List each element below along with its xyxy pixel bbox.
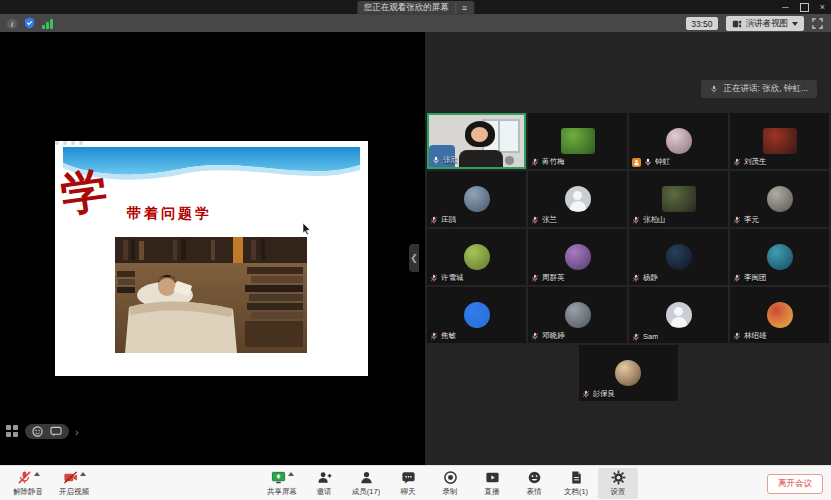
participant-tile-彭保良[interactable]: 彭保良: [579, 345, 678, 401]
participant-namebar: 许雪城: [430, 273, 464, 283]
panel-collapse-handle[interactable]: ❮: [409, 244, 419, 272]
watching-banner[interactable]: 您正在观看张欣的屏幕 ≡: [357, 1, 474, 15]
mic-options-caret[interactable]: [34, 472, 40, 476]
close-button[interactable]: ×: [820, 0, 825, 14]
settings-button[interactable]: 设置: [598, 468, 638, 499]
participant-tile-蒋竹梅[interactable]: 蒋竹梅: [528, 113, 627, 169]
layout-icon: [732, 19, 742, 29]
participant-namebar: 蒋竹梅: [531, 157, 565, 167]
participant-name: 杨静: [643, 273, 658, 283]
mic-status-icon: [632, 216, 640, 224]
fullscreen-icon[interactable]: [812, 18, 823, 29]
mic-muted-icon: [17, 470, 32, 485]
participant-name: 张柏山: [643, 215, 666, 225]
mic-status-icon: [632, 274, 640, 282]
live-button[interactable]: 直播: [472, 468, 512, 499]
participant-tile-许雪城[interactable]: 许雪城: [427, 229, 526, 285]
layout-grid-icon[interactable]: [6, 425, 19, 438]
avatar: [666, 244, 692, 270]
emoji-button[interactable]: 表情: [514, 468, 554, 499]
view-mode-button[interactable]: 演讲者视图: [726, 16, 805, 31]
slide-title: 带着问题学: [127, 205, 212, 223]
participant-tile-张柏山[interactable]: 张柏山: [629, 171, 728, 227]
floating-tools: ›: [6, 424, 79, 439]
participant-tile-周群英[interactable]: 周群英: [528, 229, 627, 285]
participant-namebar: 钟虹: [632, 157, 670, 167]
mic-icon: [710, 85, 718, 93]
participant-tile-邓晓婷[interactable]: 邓晓婷: [528, 287, 627, 343]
participant-namebar: 周群英: [531, 273, 565, 283]
participant-name: 蒋竹梅: [542, 157, 565, 167]
maximize-button[interactable]: [800, 3, 809, 12]
camera-off-icon: [63, 470, 78, 485]
participant-tile-张欣[interactable]: 张欣: [427, 113, 526, 169]
banner-menu-icon[interactable]: ≡: [455, 3, 467, 13]
chat-button[interactable]: 聊天: [388, 468, 428, 499]
minimize-button[interactable]: ─: [782, 0, 788, 14]
host-badge-icon: [632, 158, 641, 167]
participant-tile-杨静[interactable]: 杨静: [629, 229, 728, 285]
security-shield-icon[interactable]: [24, 17, 35, 29]
unmute-button[interactable]: 解除静音: [8, 468, 48, 499]
emoji-icon: [527, 470, 542, 485]
docs-button[interactable]: 文档(1): [556, 468, 596, 499]
participant-tile-林绍雄[interactable]: 林绍雄: [730, 287, 829, 343]
participant-namebar: 张柏山: [632, 215, 666, 225]
mic-status-icon: [430, 274, 438, 282]
members-icon: [359, 470, 374, 485]
participant-name: 庄鹃: [441, 215, 456, 225]
participant-namebar: 张兰: [531, 215, 557, 225]
participant-name: Sam: [643, 332, 658, 341]
chevron-down-icon: [792, 22, 798, 26]
record-button[interactable]: 录制: [430, 468, 470, 499]
participant-tile-庄鹃[interactable]: 庄鹃: [427, 171, 526, 227]
mic-status-icon: [733, 332, 741, 340]
view-mode-label: 演讲者视图: [746, 18, 789, 30]
mic-status-icon: [582, 390, 590, 398]
participant-namebar: 邓晓婷: [531, 331, 565, 341]
network-signal-icon[interactable]: [42, 19, 53, 29]
participant-tile-李元[interactable]: 李元: [730, 171, 829, 227]
participant-namebar: 杨静: [632, 273, 658, 283]
slide-painting: [115, 237, 307, 353]
avatar: [767, 302, 793, 328]
invite-person-icon: [317, 470, 332, 485]
chat-bubble-icon[interactable]: [50, 426, 62, 437]
mic-status-icon: [531, 158, 539, 166]
document-icon: [569, 470, 584, 485]
emoji-reaction-icon[interactable]: [32, 426, 43, 437]
participant-tile-李闽团[interactable]: 李闽团: [730, 229, 829, 285]
participant-tile-焦敏[interactable]: 焦敏: [427, 287, 526, 343]
participant-name: 张欣: [443, 155, 458, 165]
meeting-info-icon[interactable]: i: [7, 19, 17, 29]
presentation-slide: 学 带着问题学: [55, 141, 368, 376]
participant-tile-张兰[interactable]: 张兰: [528, 171, 627, 227]
avatar: [561, 128, 595, 154]
avatar: [464, 186, 490, 212]
participant-namebar: 彭保良: [582, 389, 616, 399]
title-bar: 您正在观看张欣的屏幕 ≡ ─ ×: [0, 0, 831, 14]
participant-tile-刘茂生[interactable]: 刘茂生: [730, 113, 829, 169]
collapse-tools-icon[interactable]: ›: [75, 426, 79, 438]
meeting-info-bar: i 33:50 演讲者视图: [0, 14, 831, 32]
participant-name: 邓晓婷: [542, 331, 565, 341]
leave-meeting-button[interactable]: 离开会议: [767, 474, 823, 494]
mic-status-icon: [632, 333, 640, 341]
participant-namebar: 张欣: [432, 155, 458, 165]
speaking-toast: 正在讲话: 张欣, 钟虹...: [701, 80, 817, 98]
participant-tile-Sam[interactable]: Sam: [629, 287, 728, 343]
participant-tile-钟虹[interactable]: 钟虹: [629, 113, 728, 169]
record-icon: [443, 470, 458, 485]
start-video-button[interactable]: 开启视频: [54, 468, 94, 499]
mic-status-icon: [733, 274, 741, 282]
mic-status-icon: [733, 158, 741, 166]
mic-status-icon: [430, 332, 438, 340]
members-button[interactable]: 成员(17): [346, 468, 386, 499]
share-screen-button[interactable]: 共享屏幕: [262, 468, 302, 499]
participant-name: 焦敏: [441, 331, 456, 341]
share-screen-icon: [271, 470, 286, 485]
gear-icon: [611, 470, 626, 485]
share-options-caret[interactable]: [288, 472, 294, 476]
invite-button[interactable]: 邀请: [304, 468, 344, 499]
camera-options-caret[interactable]: [80, 472, 86, 476]
